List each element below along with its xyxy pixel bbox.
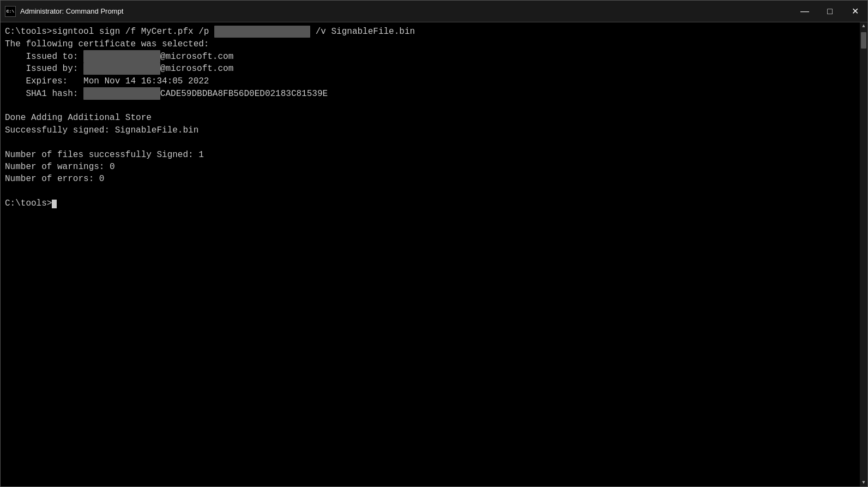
scroll-down-button[interactable]: ▼ (860, 479, 867, 486)
expires-line: Expires: Mon Nov 14 16:34:05 2022 (5, 76, 209, 86)
new-prompt: C:\tools> (5, 199, 57, 208)
close-button[interactable]: ✕ (842, 1, 867, 22)
errors-line: Number of errors: 0 (5, 174, 104, 184)
minimize-button[interactable]: — (792, 1, 817, 22)
issued-to-line: Issued to: @microsoft.com (5, 52, 233, 62)
issued-to-redacted (83, 50, 160, 62)
window-title: Administrator: Command Prompt (20, 7, 123, 15)
terminal-body[interactable]: C:\tools>signtool sign /f MyCert.pfx /p … (1, 22, 867, 486)
title-bar: C:\ Administrator: Command Prompt — □ ✕ (1, 1, 867, 22)
cert-header-line: The following certificate was selected: (5, 39, 209, 49)
issued-by-line: Issued by: @microsoft.com (5, 64, 233, 74)
scrollbar-thumb[interactable] (861, 32, 866, 49)
done-line: Done Adding Additional Store (5, 113, 152, 123)
files-signed-line: Number of files successfully Signed: 1 (5, 150, 204, 160)
issued-by-redacted (83, 63, 160, 75)
terminal-output: C:\tools>signtool sign /f MyCert.pfx /p … (5, 26, 863, 210)
maximize-button[interactable]: □ (817, 1, 842, 22)
scrollbar[interactable]: ▲ ▼ (860, 22, 867, 486)
command-line: C:\tools>signtool sign /f MyCert.pfx /p … (5, 27, 415, 37)
title-bar-left: C:\ Administrator: Command Prompt (5, 6, 123, 17)
scrollbar-track[interactable] (860, 30, 867, 479)
signed-line: Successfully signed: SignableFile.bin (5, 125, 198, 135)
sha1-line: SHA1 hash: CADE59DBDBA8FB56D0ED02183C815… (5, 89, 328, 99)
cmd-icon-text: C:\ (7, 9, 14, 14)
sha1-redacted (83, 87, 160, 99)
cmd-icon: C:\ (5, 6, 16, 17)
scroll-up-button[interactable]: ▲ (860, 22, 867, 30)
cursor (52, 200, 57, 208)
password-redacted (214, 26, 310, 38)
window-controls: — □ ✕ (792, 1, 867, 22)
warnings-line: Number of warnings: 0 (5, 162, 115, 172)
cmd-window: C:\ Administrator: Command Prompt — □ ✕ … (0, 0, 868, 487)
